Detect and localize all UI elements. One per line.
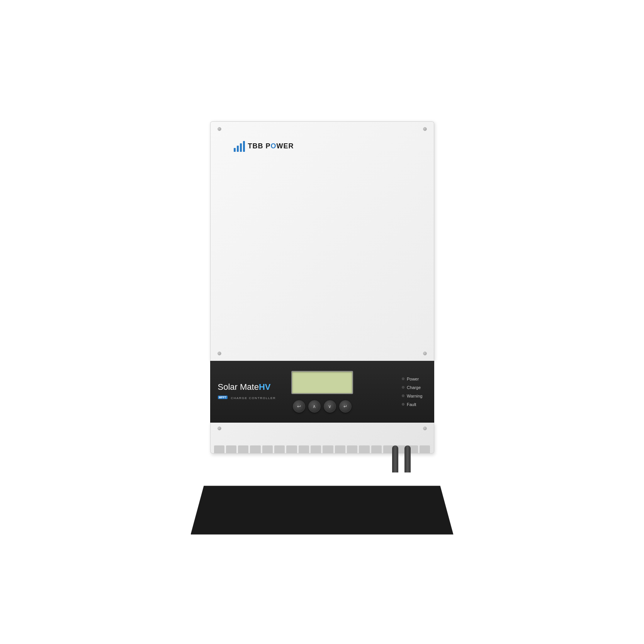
screw-bottom-left <box>217 352 221 355</box>
vent-9 <box>311 445 321 453</box>
screw-top-left <box>217 127 221 131</box>
device-body: TBB POWER Solar MateHV MPPT CHARGE CONTR… <box>210 121 434 454</box>
led-fault-dot <box>402 403 404 406</box>
screw-top-right <box>423 127 427 131</box>
vent-12 <box>347 445 357 453</box>
charge-controller-label: CHARGE CONTROLLER <box>231 396 276 400</box>
vent-5 <box>262 445 273 453</box>
brand-name: TBB POWER <box>248 142 294 150</box>
vent-3 <box>238 445 248 453</box>
lcd-and-buttons: ↩ ∧ ∨ ↵ <box>287 371 357 413</box>
product-solar-mate: Solar Mate <box>218 382 259 392</box>
vent-6 <box>274 445 285 453</box>
vent-7 <box>286 445 297 453</box>
vent-8 <box>299 445 309 453</box>
product-hv: HV <box>259 382 271 392</box>
led-power-dot <box>402 377 404 380</box>
cable-1 <box>392 445 398 472</box>
screw-bottom-right <box>423 352 427 355</box>
product-subtitle-row: MPPT CHARGE CONTROLLER <box>218 394 280 401</box>
screw-lower-left <box>217 427 221 430</box>
led-charge: Charge <box>402 385 423 390</box>
signal-bar-4 <box>243 141 245 152</box>
led-power: Power <box>402 377 423 381</box>
vent-2 <box>226 445 236 453</box>
led-power-label: Power <box>407 377 419 381</box>
led-warning-dot <box>402 394 404 397</box>
back-icon: ↩ <box>297 404 301 409</box>
enter-icon: ↵ <box>343 404 347 409</box>
vent-14 <box>371 445 382 453</box>
led-warning: Warning <box>402 394 423 398</box>
vent-1 <box>214 445 224 453</box>
signal-bar-3 <box>240 143 242 152</box>
vent-4 <box>250 445 260 453</box>
vent-10 <box>323 445 333 453</box>
screw-lower-right <box>423 427 427 430</box>
signal-bar-1 <box>234 148 236 152</box>
panel-lower <box>210 423 434 454</box>
brand-logo: TBB POWER <box>234 141 294 152</box>
cable-2 <box>404 445 411 472</box>
lcd-display <box>291 371 353 394</box>
panel-upper: TBB POWER <box>210 121 434 361</box>
led-charge-label: Charge <box>407 385 421 390</box>
product-scene: TBB POWER Solar MateHV MPPT CHARGE CONTR… <box>187 110 457 535</box>
button-down[interactable]: ∨ <box>324 400 336 413</box>
button-enter[interactable]: ↵ <box>339 400 352 413</box>
button-up[interactable]: ∧ <box>308 400 321 413</box>
vent-11 <box>335 445 345 453</box>
led-fault: Fault <box>402 402 423 407</box>
button-back[interactable]: ↩ <box>293 400 305 413</box>
control-buttons-row: ↩ ∧ ∨ ↵ <box>293 400 352 413</box>
down-icon: ∨ <box>328 404 331 409</box>
signal-bar-2 <box>237 146 239 152</box>
device-shadow <box>191 481 454 535</box>
product-name: Solar MateHV <box>218 382 280 392</box>
control-panel: Solar MateHV MPPT CHARGE CONTROLLER ↩ ∧ <box>210 361 434 423</box>
product-name-area: Solar MateHV MPPT CHARGE CONTROLLER <box>218 382 280 400</box>
up-icon: ∧ <box>313 404 316 409</box>
vent-13 <box>359 445 369 453</box>
status-leds: Power Charge Warning Fault <box>402 377 427 407</box>
mppt-badge: MPPT <box>218 396 228 399</box>
cables-area <box>392 445 411 472</box>
tbb-signal-icon <box>234 141 245 152</box>
led-warning-label: Warning <box>407 394 423 398</box>
vent-18 <box>420 445 430 453</box>
led-charge-dot <box>402 386 404 389</box>
led-fault-label: Fault <box>407 402 416 407</box>
